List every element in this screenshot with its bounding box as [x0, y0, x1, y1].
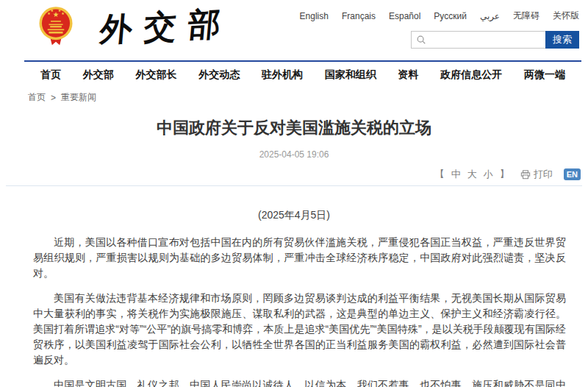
article-paragraph: 美国有关做法违背基本经济规律和市场原则，罔顾多边贸易谈判达成的利益平衡结果，无视…: [33, 291, 566, 368]
breadcrumb-separator: >: [51, 93, 56, 103]
search-box[interactable]: [411, 31, 545, 49]
page: ★ ★ ★ ★ ★ 外交部 EnglishFrançaisEspañolРусс…: [0, 0, 588, 387]
svg-text:★: ★: [50, 8, 54, 13]
national-emblem-icon: ★ ★ ★ ★ ★: [37, 4, 75, 49]
nav-item[interactable]: 首页: [40, 68, 61, 82]
breadcrumb-current[interactable]: 重要新闻: [61, 91, 96, 104]
search-bar: 搜索: [411, 31, 579, 49]
font-size-bracket-close: 】: [500, 168, 509, 181]
print-label: 打印: [534, 168, 553, 181]
font-size-options: 中大小: [451, 168, 493, 181]
en-language-button[interactable]: EN: [564, 168, 581, 180]
language-link[interactable]: 关怀版: [553, 10, 579, 22]
article-toolbar: 【 中大小 】 打印 EN: [0, 168, 581, 181]
site-brand[interactable]: ★ ★ ★ ★ ★ 外交部: [37, 4, 232, 49]
article-body: 近期，美国以各种借口宣布对包括中国在内的所有贸易伙伴滥施关税，严重侵犯各国正当权…: [33, 235, 566, 387]
language-bar: EnglishFrançaisEspañolРусскийعربي无障碍关怀版: [300, 10, 579, 22]
language-link[interactable]: Español: [389, 11, 420, 21]
font-size-option[interactable]: 小: [484, 168, 493, 181]
language-link[interactable]: عربي: [480, 11, 500, 21]
search-input[interactable]: [426, 34, 541, 46]
font-size-option[interactable]: 大: [467, 168, 477, 181]
article-dateline: (2025年4月5日): [0, 209, 588, 221]
font-size-bracket-open: 【: [435, 168, 445, 181]
article-paragraph: 中国是文明古国，礼仪之邦。中国人民崇尚以诚待人、以信为本。我们不惹事，也不怕事，…: [33, 377, 566, 387]
nav-item[interactable]: 政府信息公开: [440, 68, 502, 82]
print-button[interactable]: 打印: [520, 168, 553, 181]
breadcrumb: 首页 > 重要新闻: [28, 91, 96, 104]
nav-item[interactable]: 两微一端: [524, 68, 565, 82]
article-title: 中国政府关于反对美国滥施关税的立场: [29, 116, 559, 140]
breadcrumb-home-link[interactable]: 首页: [28, 91, 46, 104]
main-nav: 首页外交部外交部长外交动态驻外机构国家和组织资料政府信息公开两微一端: [24, 60, 581, 82]
nav-item[interactable]: 外交部: [83, 68, 114, 82]
language-link[interactable]: Русский: [434, 11, 467, 21]
ministry-calligraphy-title: 外交部: [98, 1, 234, 52]
language-link[interactable]: Français: [342, 11, 376, 21]
nav-item[interactable]: 驻外机构: [262, 68, 303, 82]
toolbar-divider: [6, 185, 582, 186]
svg-text:★: ★: [61, 11, 65, 15]
font-size-option[interactable]: 中: [451, 168, 461, 181]
article-datetime: 2025-04-05 19:06: [0, 149, 588, 160]
nav-item[interactable]: 资料: [398, 68, 419, 82]
nav-item[interactable]: 国家和组织: [325, 68, 376, 82]
font-size-controls: 【 中大小 】: [435, 168, 509, 181]
article-paragraph: 近期，美国以各种借口宣布对包括中国在内的所有贸易伙伴滥施关税，严重侵犯各国正当权…: [33, 235, 566, 281]
search-button[interactable]: 搜索: [545, 31, 579, 49]
language-link[interactable]: English: [300, 11, 329, 21]
article: 中国政府关于反对美国滥施关税的立场 2025-04-05 19:06 【 中大小…: [0, 110, 588, 387]
language-link[interactable]: 无障碍: [513, 10, 539, 22]
printer-icon: [520, 170, 531, 180]
search-icon: [416, 35, 426, 45]
nav-item[interactable]: 外交动态: [198, 68, 240, 82]
nav-item[interactable]: 外交部长: [136, 68, 177, 82]
